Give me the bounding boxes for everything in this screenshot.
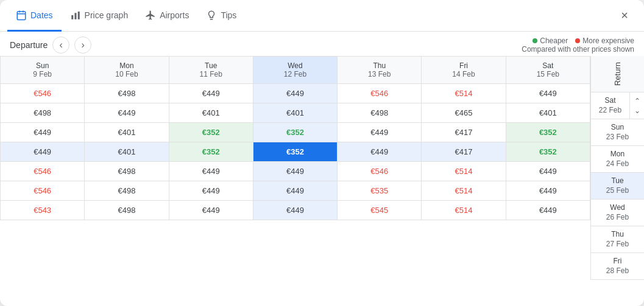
return-date[interactable]: Wed 26 Feb	[591, 201, 644, 224]
return-row-wed26: Wed 26 Feb	[591, 200, 644, 226]
tab-bar: Dates Price graph Airports Tips ×	[0, 0, 644, 32]
cell[interactable]: €449	[506, 181, 590, 201]
return-date[interactable]: Thu 27 Feb	[591, 228, 644, 251]
tab-airports[interactable]: Airports	[136, 1, 197, 32]
return-header: Return	[591, 56, 644, 92]
grid-container: Sun 9 Feb Mon 10 Feb Tue 11 Feb Wed	[0, 56, 644, 280]
cell[interactable]: €417	[422, 123, 506, 142]
cell[interactable]: €401	[85, 123, 169, 142]
cell[interactable]: €498	[338, 103, 422, 123]
cell[interactable]: €352	[506, 142, 590, 162]
cell[interactable]: €449	[169, 181, 253, 201]
cell[interactable]: €535	[338, 181, 422, 201]
cell[interactable]: €546	[1, 162, 85, 181]
cell[interactable]: €401	[506, 103, 590, 123]
cell[interactable]: €449	[169, 84, 253, 103]
cell[interactable]: €449	[338, 142, 422, 162]
cell[interactable]: €449	[169, 201, 253, 220]
cell[interactable]: €449	[253, 201, 337, 220]
cell[interactable]: €546	[338, 162, 422, 181]
expensive-label: More expensive	[582, 37, 634, 45]
cell[interactable]: €514	[422, 84, 506, 103]
expensive-dot	[575, 38, 580, 43]
close-button[interactable]: ×	[615, 6, 634, 26]
cell[interactable]: €498	[85, 201, 169, 220]
cell[interactable]: €352	[253, 123, 337, 142]
table-row: €546 €498 €449 €449 €546 €514 €449	[1, 162, 590, 181]
prev-button[interactable]: ‹	[52, 37, 69, 54]
expensive-legend: More expensive	[575, 37, 634, 45]
cell[interactable]: €546	[1, 84, 85, 103]
cell[interactable]: €449	[253, 181, 337, 201]
cell-selected[interactable]: €352	[253, 142, 337, 162]
cell[interactable]: €545	[338, 201, 422, 220]
cell[interactable]: €498	[1, 103, 85, 123]
cell[interactable]: €449	[85, 103, 169, 123]
lightbulb-icon	[206, 10, 217, 21]
return-nav: ⌃ ⌄	[629, 92, 644, 119]
col-sat: Sat 15 Feb	[506, 57, 590, 84]
cell[interactable]: €465	[422, 103, 506, 123]
cheaper-dot	[533, 38, 537, 43]
cell[interactable]: €401	[85, 142, 169, 162]
svg-rect-6	[77, 12, 79, 19]
return-up-button[interactable]: ⌃	[633, 96, 642, 106]
tab-price-graph[interactable]: Price graph	[62, 1, 137, 32]
cheaper-legend: Cheaper	[533, 37, 568, 45]
return-row-mon24: Mon 24 Feb	[591, 146, 644, 173]
return-row-sun23: Sun 23 Feb	[591, 119, 644, 146]
cell[interactable]: €546	[1, 181, 85, 201]
cell[interactable]: €449	[1, 142, 85, 162]
cell[interactable]: €498	[85, 84, 169, 103]
cell[interactable]: €449	[506, 201, 590, 220]
bar-chart-icon	[70, 10, 81, 21]
cell[interactable]: €449	[169, 162, 253, 181]
cell[interactable]: €498	[85, 181, 169, 201]
cell[interactable]: €449	[253, 162, 337, 181]
plane-icon	[145, 10, 156, 21]
tab-tips[interactable]: Tips	[197, 1, 245, 32]
cell[interactable]: €401	[253, 103, 337, 123]
return-date[interactable]: Sun 23 Feb	[591, 120, 644, 144]
return-row-fri28: Fri 28 Feb	[591, 253, 644, 280]
cell[interactable]: €352	[169, 142, 253, 162]
cell[interactable]: €449	[506, 162, 590, 181]
cell[interactable]: €352	[169, 123, 253, 142]
cell[interactable]: €449	[338, 123, 422, 142]
cell[interactable]: €449	[253, 84, 337, 103]
departure-nav: Departure ‹ ›	[10, 37, 91, 54]
calendar-icon	[16, 10, 27, 21]
return-row-thu27: Thu 27 Feb	[591, 226, 644, 253]
tab-price-graph-label: Price graph	[85, 10, 129, 20]
comparison-label: Compared with other prices shown	[522, 45, 634, 54]
return-sidebar: Return Sat 22 Feb ⌃ ⌄ Sun 23 Feb	[590, 56, 644, 280]
return-date[interactable]: Mon 24 Feb	[591, 147, 644, 171]
next-button[interactable]: ›	[74, 37, 91, 54]
table-row: €543 €498 €449 €449 €545 €514 €449	[1, 201, 590, 220]
return-date[interactable]: Tue 25 Feb	[591, 174, 644, 198]
cell[interactable]: €543	[1, 201, 85, 220]
tab-dates[interactable]: Dates	[7, 1, 62, 32]
cell[interactable]: €352	[506, 123, 590, 142]
cell[interactable]: €514	[422, 201, 506, 220]
return-date[interactable]: Sat 22 Feb	[591, 94, 629, 117]
header-row: Sun 9 Feb Mon 10 Feb Tue 11 Feb Wed	[1, 57, 590, 84]
cell[interactable]: €514	[422, 162, 506, 181]
legend: Cheaper More expensive Compared with oth…	[522, 37, 634, 54]
sub-header: Departure ‹ › Cheaper More expensive Com…	[0, 32, 644, 56]
table-row: €498 €449 €401 €401 €498 €465 €401	[1, 103, 590, 123]
main-grid: Sun 9 Feb Mon 10 Feb Tue 11 Feb Wed	[0, 56, 590, 280]
cell[interactable]: €401	[169, 103, 253, 123]
return-down-button[interactable]: ⌄	[633, 106, 642, 116]
cell[interactable]: €514	[422, 181, 506, 201]
tab-airports-label: Airports	[160, 10, 189, 20]
table-row: €546 €498 €449 €449 €546 €514 €449	[1, 84, 590, 103]
col-thu: Thu 13 Feb	[338, 57, 422, 84]
tab-dates-label: Dates	[30, 10, 53, 20]
cell[interactable]: €417	[422, 142, 506, 162]
return-date[interactable]: Fri 28 Feb	[591, 254, 644, 278]
cell[interactable]: €546	[338, 84, 422, 103]
cell[interactable]: €449	[1, 123, 85, 142]
cell[interactable]: €498	[85, 162, 169, 181]
cell[interactable]: €449	[506, 84, 590, 103]
